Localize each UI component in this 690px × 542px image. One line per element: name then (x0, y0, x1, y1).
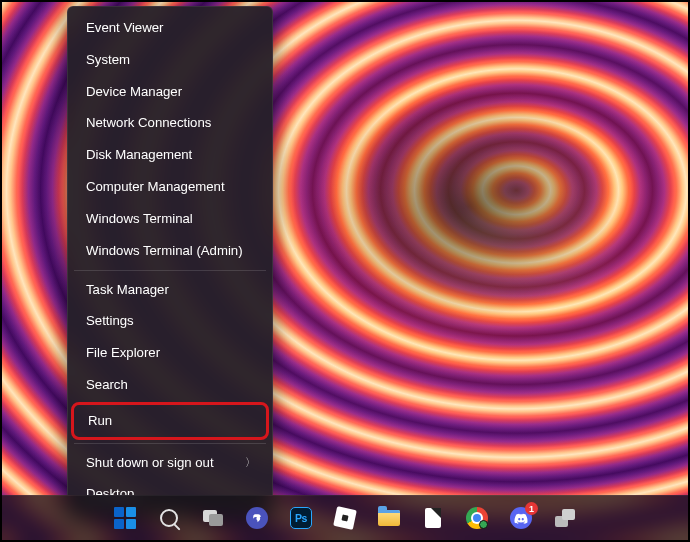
photoshop-app[interactable]: Ps (283, 500, 319, 536)
menu-item-system[interactable]: System (72, 44, 268, 76)
tray-overflow[interactable] (547, 500, 583, 536)
folder-icon (378, 507, 400, 529)
windows-logo-icon (114, 507, 136, 529)
menu-item-label: Computer Management (86, 178, 225, 196)
file-icon (422, 507, 444, 529)
chrome-icon (466, 507, 488, 529)
taskbar: Ps 1 (2, 495, 688, 540)
file-explorer-app[interactable] (371, 500, 407, 536)
menu-item-label: Search (86, 376, 128, 394)
task-view[interactable] (195, 500, 231, 536)
document-app[interactable] (415, 500, 451, 536)
task-view-icon (202, 507, 224, 529)
menu-item-device-manager[interactable]: Device Manager (72, 76, 268, 108)
menu-item-computer-management[interactable]: Computer Management (72, 171, 268, 203)
menu-item-file-explorer[interactable]: File Explorer (72, 337, 268, 369)
discord-app[interactable]: 1 (503, 500, 539, 536)
menu-separator (74, 443, 266, 444)
menu-item-run[interactable]: Run (71, 402, 269, 440)
chevron-right-icon: 〉 (245, 455, 256, 470)
photoshop-icon: Ps (290, 507, 312, 529)
menu-item-label: Run (88, 412, 112, 430)
tray-stack-icon (554, 507, 576, 529)
menu-item-label: Windows Terminal (86, 210, 193, 228)
menu-item-label: Device Manager (86, 83, 182, 101)
menu-item-shut-down-or-sign-out[interactable]: Shut down or sign out 〉 (72, 447, 268, 479)
winx-context-menu: Event Viewer System Device Manager Netwo… (67, 6, 273, 516)
menu-item-label: Network Connections (86, 114, 211, 132)
menu-item-event-viewer[interactable]: Event Viewer (72, 12, 268, 44)
search-icon (158, 507, 180, 529)
roblox-app[interactable] (327, 500, 363, 536)
menu-item-label: File Explorer (86, 344, 160, 362)
menu-item-label: Task Manager (86, 281, 169, 299)
notification-badge: 1 (525, 502, 538, 515)
menu-item-disk-management[interactable]: Disk Management (72, 139, 268, 171)
menu-item-label: Windows Terminal (Admin) (86, 242, 243, 260)
roblox-icon (334, 507, 356, 529)
menu-item-settings[interactable]: Settings (72, 305, 268, 337)
menu-item-task-manager[interactable]: Task Manager (72, 274, 268, 306)
taskbar-search[interactable] (151, 500, 187, 536)
menu-item-label: Disk Management (86, 146, 192, 164)
menu-item-label: Settings (86, 312, 134, 330)
start-button[interactable] (107, 500, 143, 536)
menu-item-label: Shut down or sign out (86, 454, 214, 472)
menu-item-windows-terminal-admin[interactable]: Windows Terminal (Admin) (72, 235, 268, 267)
menu-item-label: System (86, 51, 130, 69)
chat-app[interactable] (239, 500, 275, 536)
menu-item-label: Event Viewer (86, 19, 163, 37)
menu-item-search[interactable]: Search (72, 369, 268, 401)
menu-item-network-connections[interactable]: Network Connections (72, 107, 268, 139)
menu-separator (74, 270, 266, 271)
menu-item-windows-terminal[interactable]: Windows Terminal (72, 203, 268, 235)
chrome-app[interactable] (459, 500, 495, 536)
chat-icon (246, 507, 268, 529)
